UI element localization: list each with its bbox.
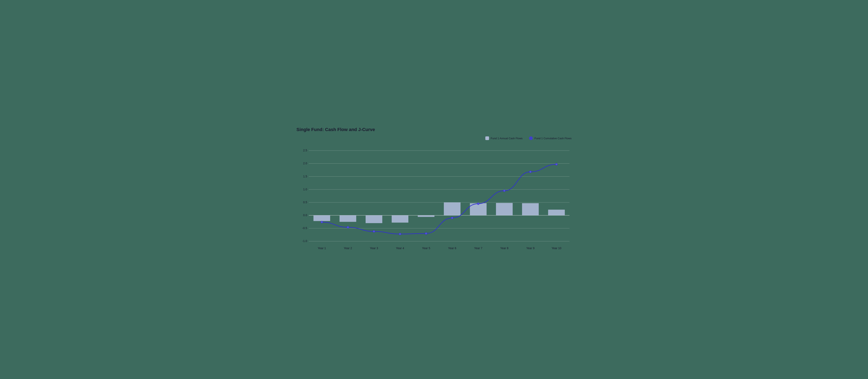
svg-text:0.0: 0.0 bbox=[303, 213, 307, 217]
svg-text:Year 9: Year 9 bbox=[526, 246, 535, 250]
legend-line-icon bbox=[529, 136, 533, 140]
svg-rect-26 bbox=[418, 215, 434, 217]
svg-rect-22 bbox=[366, 215, 382, 223]
legend-line-label: Fund 1 Cumulative Cash Flows bbox=[534, 137, 571, 140]
legend-bar-label: Fund 1 Annual Cash Flows bbox=[491, 137, 523, 140]
svg-text:Year 10: Year 10 bbox=[552, 246, 561, 250]
svg-rect-28 bbox=[444, 202, 461, 215]
svg-point-42 bbox=[425, 232, 427, 234]
svg-text:2.0: 2.0 bbox=[303, 162, 307, 165]
svg-point-39 bbox=[347, 226, 349, 228]
svg-text:1.0: 1.0 bbox=[303, 188, 307, 191]
chart-container: Single Fund: Cash Flow and J-Curve Fund … bbox=[290, 123, 578, 256]
svg-point-40 bbox=[373, 230, 375, 232]
svg-text:Year 2: Year 2 bbox=[344, 246, 352, 250]
svg-text:Year 5: Year 5 bbox=[422, 246, 430, 250]
svg-text:1.5: 1.5 bbox=[303, 175, 307, 178]
legend-bar-icon bbox=[485, 136, 489, 140]
svg-text:Year 7: Year 7 bbox=[474, 246, 483, 250]
svg-rect-32 bbox=[496, 203, 513, 215]
svg-point-43 bbox=[451, 217, 453, 219]
svg-rect-20 bbox=[340, 215, 356, 222]
legend: Fund 1 Annual Cash Flows Fund 1 Cumulati… bbox=[297, 136, 571, 140]
chart-title: Single Fund: Cash Flow and J-Curve bbox=[297, 127, 571, 132]
svg-text:Year 1: Year 1 bbox=[318, 246, 326, 250]
svg-point-46 bbox=[529, 171, 531, 173]
svg-text:-1.0: -1.0 bbox=[302, 239, 307, 243]
chart-area: 2.52.01.51.00.50.0-0.5-1.0Year 1Year 2Ye… bbox=[297, 143, 571, 250]
svg-text:Year 4: Year 4 bbox=[396, 246, 404, 250]
svg-rect-24 bbox=[392, 215, 408, 222]
svg-point-41 bbox=[399, 233, 401, 235]
svg-point-44 bbox=[477, 203, 479, 205]
svg-text:2.5: 2.5 bbox=[303, 149, 307, 152]
svg-rect-34 bbox=[522, 203, 539, 215]
svg-text:0.5: 0.5 bbox=[303, 201, 307, 204]
svg-rect-36 bbox=[548, 210, 565, 215]
legend-line-item: Fund 1 Cumulative Cash Flows bbox=[529, 136, 571, 140]
svg-point-38 bbox=[321, 221, 323, 223]
svg-text:Year 3: Year 3 bbox=[370, 246, 378, 250]
svg-point-45 bbox=[503, 190, 505, 192]
svg-text:Year 8: Year 8 bbox=[500, 246, 508, 250]
svg-point-47 bbox=[556, 163, 558, 165]
svg-text:-0.5: -0.5 bbox=[302, 227, 307, 230]
svg-text:Year 6: Year 6 bbox=[448, 246, 456, 250]
legend-bar-item: Fund 1 Annual Cash Flows bbox=[485, 136, 523, 140]
svg-rect-18 bbox=[313, 215, 330, 221]
svg-rect-0 bbox=[309, 143, 569, 244]
